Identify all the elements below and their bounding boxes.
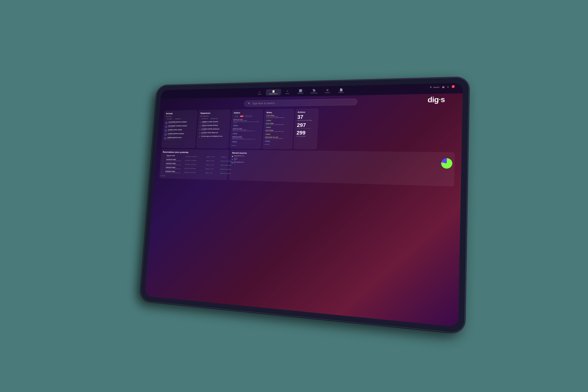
reservations-see-all[interactable]: See all — [161, 175, 226, 178]
nav-revenue[interactable]: 📊 Revenue — [294, 88, 307, 95]
nav-finance[interactable]: ⚙ Finance — [321, 88, 334, 94]
departure-item: CARLOS SALINAS ORTEGA Edificio A — [200, 124, 228, 128]
arrival-avatar — [164, 133, 167, 136]
departures-card: Departures All departures To check-out C… — [196, 110, 231, 148]
arrivals-title: Arrivals — [166, 112, 196, 114]
arrival-info: ALEJANDRO BURGOS GARRIDO Edificio C, C, … — [168, 121, 187, 124]
order-item: CEIVA VILLAGE DESAYUNO VILLAGE Gran desa… — [232, 136, 260, 144]
departures-tabs: To check-out Checked-out — [200, 118, 228, 120]
note-badge: Booking — [265, 140, 270, 142]
dep-checkbox[interactable] — [199, 129, 201, 130]
notes-card: Notes Ceiva Village Nota client is depar… — [262, 109, 294, 149]
dep-info: Contrata Agencia SOCOMESAT S.P.A. — [201, 136, 223, 137]
res-name-cell: CONTRATO EMPL INGENIERÍA Y CONSTRUCCIÓN — [166, 159, 184, 161]
res-name-cell: CONTRATO EMPL INGENIERÍA Y CONSTRUCCIÓN — [166, 163, 184, 166]
notification-badge: 1 — [452, 85, 455, 88]
dep-info: CLAUDIO LOPEZ CEBALLOS Edificio B — [201, 132, 218, 134]
arrivals-card: Arrivals All arrivals To check-in Checke… — [162, 110, 198, 148]
settings-button[interactable]: ⚙ — [447, 86, 449, 88]
departure-item: CLAUDIO CORTÉS GONZALEZ Edificio A — [199, 128, 227, 132]
departures-title: Departures — [200, 112, 229, 114]
dep-info: CARLOS SALINAS ORTEGA Edificio A — [202, 125, 218, 127]
notes-see-all[interactable]: See all — [264, 144, 290, 146]
note-item: Ceiva Village Online Check-in: Accepted … — [266, 122, 292, 128]
arrival-avatar — [165, 126, 168, 128]
arrivals-tab-checkin[interactable]: To check-in — [166, 118, 174, 120]
bottom-row: Reservations since yesterday ⌂ Francisco… — [159, 149, 455, 186]
tablet-frame: ⌂ Home 📋 Reservations ✓ Tasks 📊 Revenue … — [140, 77, 469, 334]
search-field-icon: 🔍 — [248, 102, 251, 105]
nav-reservations-label: Reservations — [269, 93, 278, 94]
orders-today-tab[interactable]: Today — [234, 115, 239, 118]
res-icon: ⌂ — [162, 155, 166, 157]
dep-checkbox[interactable] — [200, 122, 201, 123]
top-actions: 🔍 Search 📅 ⚙ 🔔 1 — [430, 86, 454, 88]
search-action-icon: 🔍 — [430, 86, 432, 88]
dep-checkbox[interactable] — [199, 136, 200, 138]
departure-item: ANDRES LLANES VALDIVIA Edificio #4 — [200, 120, 228, 124]
actions-label-297: unpaid invoices due today — [297, 128, 316, 129]
nav-reports-label: Reports — [338, 91, 344, 93]
orders-see-all[interactable]: See all — [232, 145, 259, 146]
nav-revenue-label: Revenue — [297, 92, 304, 94]
source-item: PROUABUELO.CL nal — [232, 161, 438, 168]
notes-title: Notes — [266, 111, 292, 114]
dep-checkbox[interactable] — [199, 132, 200, 134]
tasks-icon: ✓ — [286, 90, 289, 92]
notifications-button[interactable]: 🔔 1 — [452, 86, 454, 88]
nav-tasks[interactable]: ✓ Tasks — [281, 88, 294, 95]
logo-dot: · — [439, 96, 441, 104]
reservations-since-title: Reservations since yesterday — [163, 151, 227, 154]
source-dot-2 — [232, 159, 233, 160]
nav-finance-label: Finance — [324, 92, 330, 94]
arrival-item: ANDRÉS ARENAS ROJAS Edificio C, C-#3 — [164, 136, 194, 140]
source-dot-1 — [232, 156, 233, 157]
res-icon: ⌂ — [162, 163, 165, 165]
note-badge: Booking — [265, 134, 271, 135]
res-icon: ⌂ — [162, 159, 166, 161]
arrivals-tab-checkedin[interactable]: Checked-in — [174, 118, 182, 120]
search-field[interactable]: 🔍 Type here to search... — [244, 98, 357, 107]
departures-tab-checkedout[interactable]: Checked-out — [210, 118, 218, 120]
departures-tab-checkout[interactable]: To check-out — [200, 118, 209, 120]
sources-pie-chart — [441, 158, 452, 168]
res-name-cell: Francisco DIAZ COBIJA — [166, 155, 185, 158]
dep-checkbox[interactable] — [200, 125, 201, 126]
actions-label-299: in house guests — [296, 136, 315, 137]
note-item: DESAYUNO VILLAGE Online Check-in: Accept… — [265, 136, 291, 142]
note-item: Ceiva Village Online Check-in: Accepted … — [265, 130, 291, 136]
arrival-info: ALEJANDRO FIGUEROA ATENCIO Edificio A, A… — [168, 125, 188, 128]
nav-reports[interactable]: 📄 Reports — [334, 87, 348, 94]
nav-home[interactable]: ⌂ Home — [253, 89, 266, 96]
nav-marketing[interactable]: 📡 Marketing — [307, 88, 321, 94]
actions-stat-37: 37 — [297, 114, 316, 120]
order-badge: Booking — [232, 133, 238, 134]
calendar-button[interactable]: 📅 — [442, 86, 444, 88]
arrival-item: ALEJANDRO FIGUEROA ATENCIO Edificio A, A… — [165, 125, 195, 128]
orders-performance-tab[interactable]: Performance — [244, 115, 253, 118]
arrival-item: ALFREDO IBARRA ACEVEDO Edificio C, C-#1 — [164, 132, 194, 136]
actions-label-37: stayed invoice due today — [297, 120, 316, 121]
orders-title: Orders — [234, 112, 261, 114]
tablet-screen: ⌂ Home 📋 Reservations ✓ Tasks 📊 Revenue … — [145, 83, 463, 327]
arrival-item: ALEJANDRO BURGOS GARRIDO Edificio C, C, … — [165, 121, 195, 125]
arrivals-tabs: To check-in Checked-in — [166, 118, 195, 120]
orders-tabs: Today Live Performance — [234, 115, 261, 118]
home-icon: ⌂ — [259, 90, 260, 93]
departure-item: Contrata Agencia SOCOMESAT S.P.A. — [199, 135, 227, 138]
actions-stat-297: 297 — [297, 122, 316, 128]
order-item: CEIVA VILLAGE DESAYUNO TREPJA CEING Gran… — [233, 118, 261, 128]
actions-card: Actions 37 stayed invoice due today 297 … — [294, 109, 318, 149]
main-content: Arrivals All arrivals To check-in Checke… — [145, 105, 462, 325]
logo-text: dig·s — [428, 96, 445, 104]
reservations-icon: 📋 — [272, 90, 275, 93]
search-button[interactable]: 🔍 Search — [430, 86, 440, 88]
nav-reservations[interactable]: 📋 Reservations — [266, 89, 281, 96]
marketing-icon: 📡 — [312, 89, 316, 92]
source-info: PROUABUELO.CL Airbnb — [234, 155, 244, 158]
orders-card: Orders Today Live Performance CEIVA VILL… — [230, 109, 263, 149]
source-info: Airbnb nal — [234, 158, 237, 161]
arrivals-subtitle: All arrivals — [166, 116, 196, 117]
arrival-info: ALFREDO TRIGO ADAMS Edificio A, A-#5 — [168, 129, 182, 132]
note-badge: Booking — [266, 120, 272, 121]
